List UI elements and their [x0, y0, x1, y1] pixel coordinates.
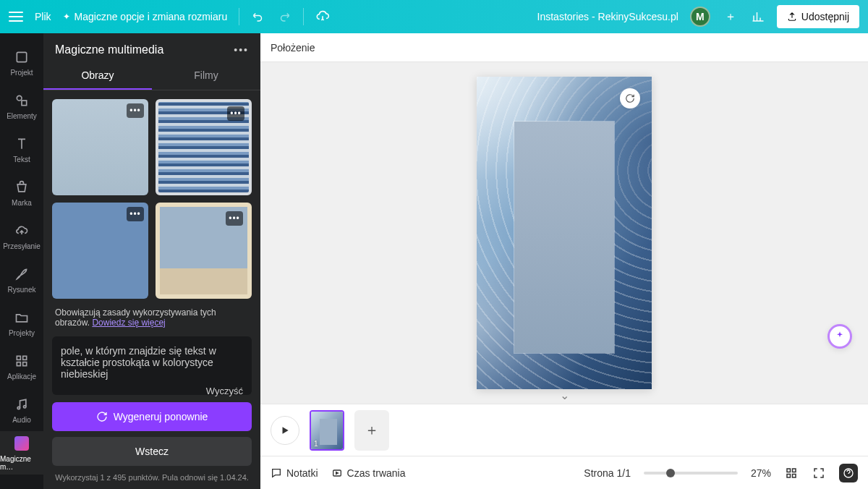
play-button[interactable] — [271, 416, 299, 445]
svg-rect-10 — [787, 469, 791, 472]
apps-icon — [13, 352, 30, 370]
svg-rect-5 — [17, 362, 20, 365]
sidebar-item-draw[interactable]: Rysunek — [0, 258, 43, 301]
back-button[interactable]: Wstecz — [52, 437, 252, 466]
canvas-toolbar: Położenie — [260, 33, 868, 62]
generate-button[interactable]: Wygeneruj ponownie — [52, 402, 252, 431]
folder-icon — [13, 309, 30, 326]
generate-label: Wygeneruj ponownie — [114, 411, 208, 422]
sidebar-item-magic-media[interactable]: Magiczne m… — [0, 431, 43, 475]
magic-resize-label: Magiczne opcje i zmiana rozmiaru — [75, 11, 228, 22]
sidebar-item-label: Przesyłanie — [3, 242, 41, 250]
page-thumb-element — [320, 419, 337, 445]
notes-icon — [271, 467, 282, 479]
duration-button[interactable]: Czas trwania — [331, 467, 406, 479]
artboard[interactable] — [477, 77, 652, 389]
page-number: 1 — [314, 440, 318, 448]
position-button[interactable]: Położenie — [271, 42, 315, 54]
sidebar-item-audio[interactable]: Audio — [0, 388, 43, 431]
svg-point-8 — [24, 405, 26, 407]
sparkle-icon — [834, 331, 846, 342]
zoom-slider[interactable] — [644, 472, 738, 475]
clock-icon — [331, 467, 343, 479]
zoom-value[interactable]: 27% — [751, 467, 771, 479]
svg-rect-2 — [22, 101, 27, 106]
sidebar-item-label: Audio — [12, 416, 31, 424]
cloud-sync-icon[interactable] — [315, 9, 330, 24]
chevron-down-icon[interactable]: ⌄ — [560, 388, 569, 402]
regenerate-badge[interactable] — [620, 88, 640, 109]
divider — [239, 8, 239, 25]
generated-image[interactable]: ••• — [156, 203, 252, 299]
sidebar-item-label: Marka — [12, 199, 32, 207]
thumb-more-icon[interactable]: ••• — [127, 103, 144, 118]
analytics-icon[interactable] — [751, 10, 765, 23]
zoom-thumb[interactable] — [666, 469, 675, 477]
help-icon — [843, 467, 854, 479]
sidebar-item-label: Aplikacje — [7, 373, 36, 380]
audio-icon — [13, 396, 30, 413]
thumb-more-icon[interactable]: ••• — [226, 211, 243, 226]
ai-assistant-button[interactable] — [827, 324, 852, 349]
page-counter: Strona 1/1 — [584, 467, 631, 479]
divider — [303, 8, 304, 25]
redo-icon[interactable] — [277, 10, 292, 23]
sidebar-item-label: Projekty — [9, 329, 35, 337]
text-icon — [13, 135, 30, 153]
sidebar-item-text[interactable]: Tekst — [0, 127, 43, 171]
page-thumbnail[interactable]: 1 — [310, 410, 344, 451]
sidebar-item-label: Rysunek — [8, 286, 36, 294]
prompt-textarea[interactable]: pole, w którym znajdzie się tekst w kszt… — [52, 336, 252, 395]
generated-image[interactable]: ••• — [52, 99, 148, 195]
thumb-more-icon[interactable]: ••• — [227, 106, 244, 121]
regenerate-icon — [96, 411, 108, 422]
help-button[interactable] — [839, 464, 858, 482]
thumb-more-icon[interactable]: ••• — [127, 207, 144, 221]
generated-images-grid: ••• ••• ••• ••• — [43, 90, 260, 299]
upload-icon — [787, 12, 797, 22]
sidebar-item-label: Tekst — [13, 156, 30, 163]
share-button[interactable]: Udostępnij — [777, 5, 859, 28]
media-tabs: Obrazy Filmy — [43, 62, 260, 90]
svg-rect-4 — [23, 356, 27, 360]
sidebar-item-uploads[interactable]: Przesyłanie — [0, 214, 43, 258]
sidebar-item-design[interactable]: Projekt — [0, 41, 43, 84]
draw-icon — [13, 265, 30, 283]
canvas-viewport[interactable]: ⌄ — [260, 62, 868, 404]
undo-icon[interactable] — [251, 10, 265, 23]
document-title[interactable]: Instastories - RekinySukcesu.pl — [537, 11, 678, 22]
bottom-bar: Notatki Czas trwania Strona 1/1 27% — [260, 456, 868, 489]
usage-link[interactable]: Dowiedz się więcej — [92, 318, 165, 328]
generated-image[interactable]: ••• — [156, 99, 252, 195]
brand-icon — [13, 179, 30, 196]
menu-icon[interactable] — [9, 12, 23, 22]
avatar[interactable]: M — [690, 7, 710, 27]
sidebar-item-apps[interactable]: Aplikacje — [0, 344, 43, 388]
sidebar-item-label: Magiczne m… — [0, 455, 43, 471]
file-menu[interactable]: Plik — [35, 11, 51, 22]
magic-resize-menu[interactable]: ✦ Magiczne opcje i zmiana rozmiaru — [63, 11, 228, 22]
duration-label: Czas trwania — [347, 467, 406, 479]
elements-icon — [13, 92, 30, 109]
credits-text: Wykorzystaj 1 z 495 punktów. Pula odnowi… — [43, 466, 260, 489]
svg-rect-6 — [23, 362, 27, 365]
sidebar-item-brand[interactable]: Marka — [0, 171, 43, 214]
sidebar-nav: Projekt Elementy Tekst Marka Przesyłanie… — [0, 33, 43, 489]
clear-button[interactable]: Wyczyść — [206, 386, 243, 396]
tab-images[interactable]: Obrazy — [43, 62, 152, 90]
tab-videos[interactable]: Filmy — [152, 62, 260, 90]
fullscreen-icon[interactable] — [812, 466, 826, 480]
panel-more-icon[interactable]: ••• — [234, 44, 249, 56]
notes-label: Notatki — [286, 467, 318, 479]
notes-button[interactable]: Notatki — [271, 467, 318, 479]
artboard-element[interactable] — [514, 122, 614, 353]
sidebar-item-projects[interactable]: Projekty — [0, 301, 43, 344]
sidebar-item-label: Projekt — [10, 69, 33, 77]
sidebar-item-label: Elementy — [7, 112, 37, 120]
add-collaborator-button[interactable]: ＋ — [722, 8, 739, 25]
grid-view-icon[interactable] — [784, 466, 799, 480]
add-page-button[interactable]: ＋ — [354, 410, 389, 451]
sidebar-item-elements[interactable]: Elementy — [0, 84, 43, 127]
generated-image[interactable]: ••• — [52, 203, 148, 299]
play-icon — [280, 425, 290, 435]
